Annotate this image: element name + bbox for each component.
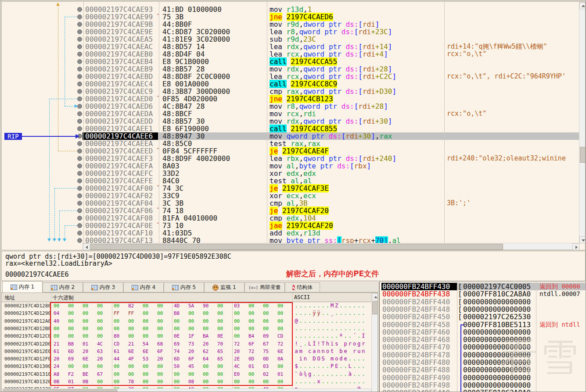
disasm-row[interactable]: 000002197C4CAF0233C9xor ecx,ecx xyxy=(83,192,579,200)
dump-byte: 90 xyxy=(203,302,209,310)
stack-row[interactable]: 000000FB24BFF4880000000000000000 xyxy=(380,366,586,374)
stack-row[interactable]: 000000FB24BFF4680000000000000000 xyxy=(380,336,586,343)
token: ] xyxy=(371,132,375,140)
dump-address: 000002197C4D12F0 xyxy=(4,355,51,363)
dump-row[interactable]: 000002197C4D1310A8F2BE670000000000000000… xyxy=(2,371,370,378)
scroll-down-button[interactable] xyxy=(579,236,586,243)
disasm-row[interactable]: 000002197C4CAEB948:8B57 28mov rdx,qword … xyxy=(83,65,579,73)
disasm-row[interactable]: 000002197C4CAF043C 3Bcmp al,3B3B:';' xyxy=(83,200,579,207)
disasm-row[interactable]: 000002197C4CAEDA48:8BCFmov rcx,rdircx:"o… xyxy=(83,110,579,118)
token: , xyxy=(375,132,380,140)
stack-row[interactable]: 000000FB24BFF430[000002197C4C0005返回到 000… xyxy=(380,283,586,290)
scroll-thumb[interactable] xyxy=(90,244,503,250)
instruction-bytes: 8A03 xyxy=(162,162,180,170)
dump-row[interactable]: 000002197C4D13200B010B000078000000080000… xyxy=(2,378,370,385)
tab-内存-3[interactable]: 内存 3 xyxy=(83,282,123,292)
disasm-row[interactable]: 000002197C4CAE9341:BD 01000000mov r13d,1 xyxy=(83,6,579,13)
stack-row[interactable]: 000000FB24BFF440[0000000000000000 xyxy=(380,298,586,306)
stack-row[interactable]: 000000FB24BFF45800007FF810BE5113返回到 ntdl… xyxy=(380,321,586,328)
stack-value: 00007FF810BE5113 xyxy=(463,321,531,328)
scroll-up-button[interactable] xyxy=(579,2,586,9)
disasm-row[interactable]: 000002197C4CAEC4E8 001A0000call 2197C4CC… xyxy=(83,80,579,88)
tab-监视-1[interactable]: 监视 1 xyxy=(204,282,244,292)
stack-pane: 000000FB24BFF430[000002197C4C0005返回到 000… xyxy=(379,282,586,392)
dump-row[interactable]: 000002197C4D12C000000000800000000E1FBA0E… xyxy=(2,332,370,340)
disasm-row[interactable]: 000002197C4CAEB4E8 9C1B0000call 2197C4CC… xyxy=(83,58,579,65)
dump-row[interactable]: 000002197C4D128000000000008200004D5A9000… xyxy=(2,302,370,310)
disasm-row[interactable]: 000002197C4CAF0881FA 04010000cmp edx,104 xyxy=(83,214,579,222)
disasm-row[interactable]: 000002197C4CAF0Eˇ73 10jae 2197C4CAF20 xyxy=(83,222,579,229)
stack-row[interactable]: 000000FB24BFF4980000000000000000 xyxy=(380,381,586,389)
dump-row[interactable]: 000002197C4D12F020696E20444F53206D6F6465… xyxy=(2,355,370,363)
stack-row[interactable]: 000000FB24BFF4700000000000000000 xyxy=(380,343,586,351)
stack-row[interactable]: 000000FB24BFF4800000000000000000 xyxy=(380,359,586,366)
token: +30 xyxy=(375,117,388,125)
disasm-row[interactable]: 000002197C4CAEFE84C0test al,al xyxy=(83,177,579,185)
dump-horizontal-scrollbar[interactable] xyxy=(2,388,371,392)
disasm-row[interactable]: 000002197C4CAEB048:8D4F 04lea rcx,qword … xyxy=(83,50,579,58)
disasm-row[interactable]: 000002197C4CAEEA48:85C0test rax,rax xyxy=(83,140,579,147)
disasm-row[interactable]: 000002197C4CAE9B44:8B0Fmov r9d,dword ptr… xyxy=(83,21,579,28)
disasm-row[interactable]: 000002197C4CAEE648:8947 30mov qword ptr … xyxy=(83,132,579,140)
scroll-thumb[interactable] xyxy=(3,389,117,392)
dump-byte: 0E xyxy=(174,332,180,340)
dump-row[interactable]: 000002197C4D12E0616D2063616E6E6F74206265… xyxy=(2,348,370,355)
dump-row[interactable]: 000002197C4D1300240000000000000050450000… xyxy=(2,363,370,370)
disasm-horizontal-scrollbar[interactable] xyxy=(83,243,579,250)
token: 70] xyxy=(375,236,388,243)
stack-row[interactable]: 000000FB24BFF4780000000000000000 xyxy=(380,351,586,359)
instruction-address: 000002197C4CAF02 xyxy=(83,192,158,200)
instruction-address: 000002197C4CAEB4 xyxy=(83,58,158,65)
stack-frame-bracket: [ xyxy=(458,306,462,313)
token: ] xyxy=(388,43,392,51)
disasm-row[interactable]: 000002197C4CAE99ˇ75 3Bjne 2197C4CAED6 xyxy=(83,13,579,21)
memory-icon xyxy=(11,285,17,290)
disasm-row[interactable]: 000002197C4CAEC948:3B87 300D0000cmp rax,… xyxy=(83,88,579,95)
scroll-left-button[interactable] xyxy=(83,243,90,250)
tab-局部变量[interactable]: [x=]局部变量 xyxy=(244,282,285,292)
stack-row[interactable]: 000000FB24BFF450[000002197C262530 xyxy=(380,313,586,321)
dump-row[interactable]: 000002197C4D129004000000FFFF0000B8000000… xyxy=(2,310,370,317)
disasm-vertical-scrollbar[interactable] xyxy=(579,2,586,243)
scroll-thumb[interactable] xyxy=(580,147,586,163)
tab-内存-5[interactable]: 内存 5 xyxy=(164,282,204,292)
disasm-row[interactable]: 000002197C4CAF06ˇ74 18je 2197C4CAF20 xyxy=(83,207,579,214)
disasm-row[interactable]: 000002197C4CAED64C:8B47 28mov r8,qword p… xyxy=(83,103,579,110)
disasm-row[interactable]: 000002197C4CAF1041:03D5add edx,r13d xyxy=(83,229,579,237)
instruction-bytes: 3C 3B xyxy=(162,200,183,207)
disasm-row[interactable]: 000002197C4CAEBD48:8D8F 2C0C0000lea rcx,… xyxy=(83,73,579,80)
instruction-bytes: 41:81E9 3C020000 xyxy=(162,36,230,43)
disasm-row[interactable]: 000002197C4CAED0ˇ0F85 4D020000jne 2197C4… xyxy=(83,95,579,103)
dump-row[interactable]: 000002197C4D12D021B8014CCD21546869732070… xyxy=(2,340,370,348)
tab-内存-4[interactable]: 内存 4 xyxy=(123,282,164,292)
disasm-row[interactable]: 000002197C4CAEF348:8D9F 40020000lea rbx,… xyxy=(83,155,579,162)
disasm-row[interactable]: 000002197C4CAF1388440C 70mov byte ptr ss… xyxy=(83,237,579,243)
stack-row[interactable]: 000000FB24BFF448[0000000000000000 xyxy=(380,306,586,313)
disasm-row[interactable]: 000002197C4CAEEDˆ0F84 5CFFFFFFje 2197C4C… xyxy=(83,147,579,155)
tab-内存-2[interactable]: 内存 2 xyxy=(43,282,83,292)
tab-结构体[interactable]: 结构体 xyxy=(285,282,320,292)
disasm-row[interactable]: 000002197C4CAEDD48:8B57 30mov rdx,qword … xyxy=(83,118,579,125)
disasm-row[interactable]: 000002197C4CAE9E4C:8D87 3C020000lea r8,q… xyxy=(83,28,579,36)
dump-row[interactable]: 000002197C4D12A0400000000000000000000000… xyxy=(2,317,370,325)
disasm-row[interactable]: 000002197C4CAEFA8A03mov al,byte ptr ds:[… xyxy=(83,162,579,170)
stack-row[interactable]: 000000FB24BFF4600000000000000000 xyxy=(380,328,586,336)
dump-byte: 00 xyxy=(277,325,283,332)
dump-row[interactable]: 000002197C4D12B0000000000000000000000000… xyxy=(2,325,370,332)
disasm-row[interactable]: 000002197C4CAEA541:81E9 3C020000sub r9d,… xyxy=(83,36,579,43)
stack-row[interactable]: 000000FB24BFF4900000000000000000 xyxy=(380,374,586,381)
scroll-up-button[interactable] xyxy=(372,293,378,300)
dump-vertical-scrollbar[interactable] xyxy=(371,293,378,392)
disasm-row[interactable]: 000002197C4CAEE1E8 6F190000call 2197C4CC… xyxy=(83,125,579,132)
scroll-thumb[interactable] xyxy=(372,301,378,314)
disasm-row[interactable]: 000002197C4CAF00ˇ74 3Cje 2197C4CAF3E xyxy=(83,185,579,192)
stack-row[interactable]: 000000FB24BFF438[00007FF810C2A8A0ntdll.0… xyxy=(380,290,586,298)
stack-address: 000000FB24BFF478 xyxy=(381,351,457,359)
disasm-row[interactable]: 000002197C4CAEFC33D2xor edx,edx xyxy=(83,170,579,177)
tab-内存-1[interactable]: 内存 1 xyxy=(2,281,43,292)
instruction-address: 000002197C4CAED6 xyxy=(83,103,158,110)
disasm-row[interactable]: 000002197C4CAEAC48:8D57 14lea rdx,qword … xyxy=(83,43,579,50)
scroll-right-button[interactable] xyxy=(572,243,579,250)
dump-byte: 20 xyxy=(188,348,194,355)
stack-row[interactable]: 000000FB24BFF4A000007FF810C2A8A0 xyxy=(380,389,586,392)
